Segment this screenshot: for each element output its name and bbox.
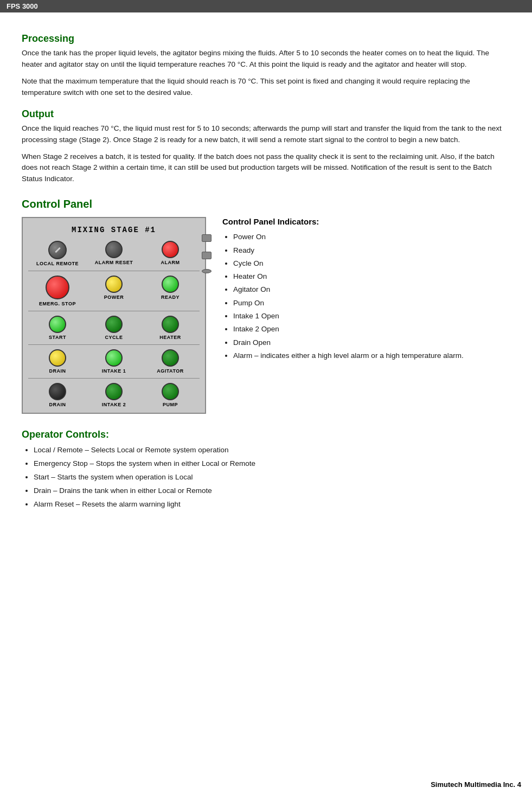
ready-cell: READY <box>144 276 196 306</box>
alarm-reset-button[interactable] <box>105 241 123 258</box>
panel-row-1: LOCAL REMOTE ALARM RESET ALARM <box>28 241 200 266</box>
drain-top-label: DRAIN <box>49 368 66 374</box>
footer-text: Simutech Multimedia Inc. 4 <box>431 780 521 789</box>
ready-label: READY <box>161 294 180 300</box>
indicator-heater-on: Heater On <box>233 270 510 283</box>
panel-row-4: DRAIN INTAKE 1 AGITATOR <box>28 349 200 374</box>
page-content: Processing Once the tank has the proper … <box>0 12 532 544</box>
panel-right-knobs <box>202 234 211 273</box>
heater-cell: HEATER <box>144 316 196 340</box>
operator-emerg-stop: Emergency Stop – Stops the system when i… <box>34 457 510 471</box>
output-paragraph2: When Stage 2 receives a batch, it is tes… <box>22 151 510 185</box>
output-paragraph1: Once the liquid reaches 70 °C, the liqui… <box>22 123 510 146</box>
indicator-drain-open: Drain Open <box>233 336 510 349</box>
indicator-pump-on: Pump On <box>233 297 510 310</box>
panel-row-5: DRAIN INTAKE 2 PUMP <box>28 383 200 407</box>
indicator-power-on: Power On <box>233 230 510 244</box>
operator-alarm-reset: Alarm Reset – Resets the alarm warning l… <box>34 498 510 511</box>
panel-knob-3 <box>202 269 211 273</box>
cycle-cell: CYCLE <box>88 316 140 340</box>
indicator-cycle-on: Cycle On <box>233 257 510 270</box>
processing-paragraph1: Once the tank has the proper liquid leve… <box>22 48 510 71</box>
drain-bot-label: DRAIN <box>49 402 66 407</box>
pump-label: PUMP <box>163 402 178 407</box>
local-remote-cell: LOCAL REMOTE <box>31 241 84 266</box>
operator-start: Start – Starts the system when operation… <box>34 471 510 484</box>
cycle-button[interactable] <box>105 316 123 333</box>
alarm-cell: ALARM <box>144 241 196 266</box>
heater-button[interactable] <box>162 316 179 333</box>
drain-top-cell: DRAIN <box>31 349 84 374</box>
indicators-list: Power On Ready Cycle On Heater On Agitat… <box>222 230 510 362</box>
alarm-button[interactable] <box>162 241 179 258</box>
intake1-button[interactable] <box>105 349 123 367</box>
indicators-title: Control Panel Indicators: <box>222 217 510 226</box>
drain-bot-cell: DRAIN <box>31 383 84 407</box>
control-panel-image: MIXING STAGE #1 LOCAL REMOTE ALARM RESET <box>22 217 206 414</box>
drain-bot-button[interactable] <box>49 383 66 400</box>
start-label: START <box>49 335 66 340</box>
local-remote-switch[interactable] <box>48 241 67 259</box>
alarm-reset-label: ALARM RESET <box>95 260 133 265</box>
intake1-cell: INTAKE 1 <box>88 349 140 374</box>
local-remote-label: LOCAL REMOTE <box>36 261 79 266</box>
intake2-label: INTAKE 2 <box>102 402 126 407</box>
power-button[interactable] <box>105 276 123 293</box>
cycle-label: CYCLE <box>105 335 123 340</box>
pump-cell: PUMP <box>144 383 196 407</box>
drain-top-button[interactable] <box>49 349 66 367</box>
panel-row-3: START CYCLE HEATER <box>28 316 200 340</box>
header-title: FPS 3000 <box>7 2 38 10</box>
start-cell: START <box>31 316 84 340</box>
intake1-label: INTAKE 1 <box>102 368 126 374</box>
heater-label: HEATER <box>159 335 181 340</box>
indicator-ready: Ready <box>233 244 510 257</box>
operator-drain: Drain – Drains the tank when in either L… <box>34 484 510 498</box>
agitator-cell: AGITATOR <box>144 349 196 374</box>
page-footer: Simutech Multimedia Inc. 4 <box>431 780 521 789</box>
pump-button[interactable] <box>162 383 179 400</box>
start-button[interactable] <box>49 316 66 333</box>
alarm-label: ALARM <box>161 260 180 265</box>
control-panel-section: MIXING STAGE #1 LOCAL REMOTE ALARM RESET <box>22 217 510 414</box>
indicator-intake1-open: Intake 1 Open <box>233 310 510 323</box>
operator-local-remote: Local / Remote – Selects Local or Remote… <box>34 444 510 457</box>
power-label: POWER <box>104 294 124 300</box>
intake2-cell: INTAKE 2 <box>88 383 140 407</box>
panel-title: MIXING STAGE #1 <box>28 226 200 234</box>
operator-controls-list: Local / Remote – Selects Local or Remote… <box>22 444 510 511</box>
intake2-button[interactable] <box>105 383 123 400</box>
panel-row-2: EMERG. STOP POWER READY <box>28 276 200 306</box>
indicator-alarm: Alarm – indicates either a high level al… <box>233 349 510 362</box>
alarm-reset-cell: ALARM RESET <box>88 241 140 266</box>
agitator-label: AGITATOR <box>157 368 184 374</box>
control-panel-title: Control Panel <box>22 198 510 210</box>
output-title: Output <box>22 108 510 120</box>
indicator-agitator-on: Agitator On <box>233 283 510 296</box>
emerg-stop-label: EMERG. STOP <box>39 301 76 306</box>
key-slot-icon <box>55 247 61 253</box>
power-cell: POWER <box>88 276 140 306</box>
panel-knob-2 <box>202 252 211 259</box>
emerg-stop-cell: EMERG. STOP <box>31 276 84 306</box>
processing-paragraph2: Note that the maximum temperature that t… <box>22 76 510 99</box>
ready-button[interactable] <box>162 276 179 293</box>
page-header: FPS 3000 <box>0 0 532 12</box>
panel-knob-1 <box>202 234 211 242</box>
operator-controls-title: Operator Controls: <box>22 429 510 440</box>
agitator-button[interactable] <box>162 349 179 367</box>
indicator-intake2-open: Intake 2 Open <box>233 323 510 336</box>
emerg-stop-button[interactable] <box>46 276 69 299</box>
processing-title: Processing <box>22 33 510 44</box>
indicators-section: Control Panel Indicators: Power On Ready… <box>222 217 510 362</box>
